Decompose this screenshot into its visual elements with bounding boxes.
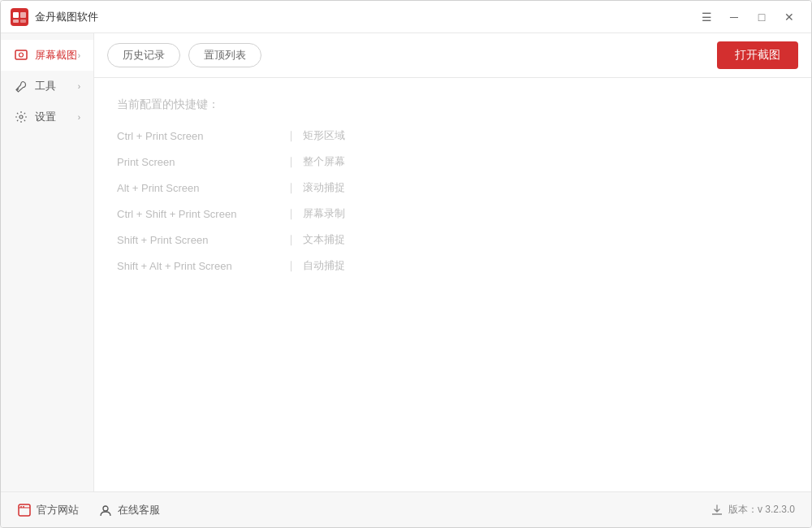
sidebar-item-screenshot-label: 屏幕截图 [35,48,78,63]
shortcut-row-1: Print Screen ｜ 整个屏幕 [117,154,788,169]
sidebar-item-screenshot[interactable]: 屏幕截图 › [1,40,93,71]
website-link[interactable]: 官方网站 [17,503,79,517]
shortcut-key-2: Alt + Print Screen [117,182,279,194]
shortcut-key-0: Ctrl + Print Screen [117,130,279,142]
shortcut-desc-2: 滚动捕捉 [303,180,345,195]
shortcut-sep-2: ｜ [286,180,296,195]
svg-point-14 [103,506,108,511]
sidebar-item-tools[interactable]: 工具 › [1,71,93,102]
menu-button[interactable]: ☰ [694,7,719,27]
app-title: 金丹截图软件 [35,10,694,24]
svg-point-6 [19,53,24,57]
shortcut-desc-0: 矩形区域 [303,128,345,143]
title-bar: 金丹截图软件 ☰ ─ □ ✕ [1,1,811,33]
shortcut-row-4: Shift + Print Screen ｜ 文本捕捉 [117,232,788,247]
tools-icon [14,79,28,93]
shortcut-sep-1: ｜ [286,154,296,169]
shortcut-desc-4: 文本捕捉 [303,232,345,247]
sidebar-item-settings-label: 设置 [35,110,78,124]
footer: 官方网站 在线客服 版本：v 3.2.3.0 [1,491,811,527]
toolbar: 历史记录 置顶列表 打开截图 [94,33,811,78]
version-label: 版本：v 3.2.3.0 [728,503,795,517]
shortcut-row-2: Alt + Print Screen ｜ 滚动捕捉 [117,180,788,195]
pinned-tab[interactable]: 置顶列表 [188,43,261,67]
svg-rect-2 [20,12,26,18]
svg-rect-9 [19,504,30,516]
svg-rect-12 [20,506,22,508]
content-area: 历史记录 置顶列表 打开截图 当前配置的快捷键： Ctrl + Print Sc… [94,33,811,491]
support-link[interactable]: 在线客服 [98,503,160,517]
screenshot-icon [14,48,28,63]
shortcut-row-0: Ctrl + Print Screen ｜ 矩形区域 [117,128,788,143]
svg-rect-5 [15,50,27,59]
shortcut-sep-4: ｜ [286,232,296,247]
shortcut-sep-3: ｜ [286,206,296,221]
sidebar-item-tools-label: 工具 [35,79,78,93]
minimize-button[interactable]: ─ [722,7,746,27]
svg-point-8 [19,115,23,119]
website-label: 官方网站 [37,503,79,517]
website-icon [17,503,32,517]
shortcut-area: 当前配置的快捷键： Ctrl + Print Screen ｜ 矩形区域 Pri… [94,78,811,491]
close-button[interactable]: ✕ [777,7,801,27]
chevron-icon-screenshot: › [78,51,80,60]
svg-rect-13 [23,506,24,508]
shortcut-key-4: Shift + Print Screen [117,234,279,246]
history-tab[interactable]: 历史记录 [107,43,180,67]
chevron-icon-tools: › [78,82,80,91]
shortcut-sep-5: ｜ [286,258,296,273]
sidebar-item-settings[interactable]: 设置 › [1,102,93,132]
shortcut-key-3: Ctrl + Shift + Print Screen [117,208,279,220]
maximize-button[interactable]: □ [749,7,774,27]
window-controls: ☰ ─ □ ✕ [694,7,801,27]
shortcut-row-5: Shift + Alt + Print Screen ｜ 自动捕捉 [117,258,788,273]
shortcut-row-3: Ctrl + Shift + Print Screen ｜ 屏幕录制 [117,206,788,221]
open-screenshot-button[interactable]: 打开截图 [717,41,798,69]
shortcut-desc-1: 整个屏幕 [303,154,345,169]
shortcut-desc-3: 屏幕录制 [303,206,345,221]
shortcut-section-title: 当前配置的快捷键： [117,97,788,112]
shortcut-list: Ctrl + Print Screen ｜ 矩形区域 Print Screen … [117,128,788,273]
main-body: 屏幕截图 › 工具 › [1,33,811,491]
shortcut-key-1: Print Screen [117,156,279,168]
shortcut-sep-0: ｜ [286,128,296,143]
app-logo [11,8,28,26]
download-icon [710,504,723,517]
shortcut-desc-5: 自动捕捉 [303,258,345,273]
settings-icon [14,110,28,124]
support-label: 在线客服 [118,503,160,517]
shortcut-key-5: Shift + Alt + Print Screen [117,260,279,272]
svg-rect-4 [20,19,26,23]
version-info: 版本：v 3.2.3.0 [710,503,795,517]
svg-rect-3 [13,19,19,23]
support-icon [98,503,113,517]
svg-rect-1 [13,12,19,18]
sidebar: 屏幕截图 › 工具 › [1,33,94,491]
chevron-icon-settings: › [78,113,80,122]
app-window: 金丹截图软件 ☰ ─ □ ✕ 屏幕截图 › [0,0,812,528]
